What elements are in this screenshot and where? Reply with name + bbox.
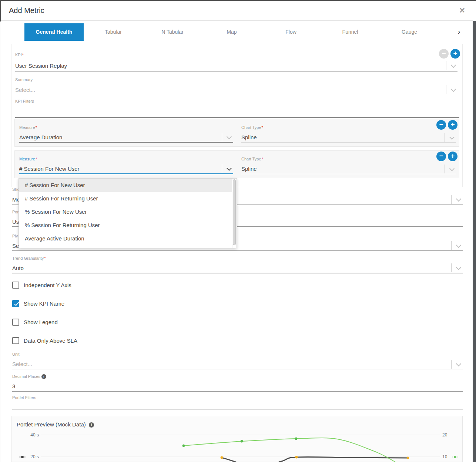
checkbox-show-legend[interactable]: Show Legend	[12, 318, 58, 326]
measure-label: Measure	[19, 125, 35, 130]
required-mark: *	[262, 125, 263, 130]
kpi-label: KPI	[15, 53, 22, 57]
portlet-preview: Portlet Preview (Mock Data) i 40 s 20 s …	[11, 416, 463, 462]
measure-label: Measure	[19, 157, 35, 161]
field-separator	[451, 263, 452, 272]
dialog-header: Add Metric ✕	[0, 1, 473, 21]
checkbox-independent-y-axis[interactable]: Independent Y Axis	[12, 281, 71, 289]
vertical-scrollbar[interactable]	[473, 21, 476, 462]
dialog-title: Add Metric	[9, 6, 44, 15]
kpi-filters-field[interactable]: KPI Filters	[15, 99, 459, 118]
chart-type-value[interactable]: Spline	[241, 166, 445, 172]
field-separator	[446, 61, 446, 70]
checkbox-show-kpi-name[interactable]: Show KPI Name	[12, 300, 64, 307]
chevron-down-icon[interactable]	[448, 165, 456, 173]
field-separator	[445, 164, 445, 173]
dialog-border	[0, 0, 1, 21]
measure-dropdown: # Session For New User # Session For Ret…	[19, 178, 237, 248]
chevron-down-icon[interactable]	[449, 86, 457, 94]
measure-value[interactable]: Average Duration	[19, 134, 222, 140]
dropdown-option[interactable]: % Session For Returning User	[19, 219, 237, 232]
dialog-border	[0, 0, 476, 1]
dropdown-option[interactable]: % Session For New User	[19, 205, 237, 219]
checkbox-data-only-above-sla[interactable]: Data Only Above SLA	[12, 337, 77, 344]
required-mark: *	[44, 256, 46, 260]
tab-funnel[interactable]: Funnel	[321, 23, 380, 41]
field-separator	[451, 195, 452, 204]
dropdown-option[interactable]: # Session For Returning User	[19, 192, 237, 205]
chart-type-label: Chart Type	[241, 157, 261, 161]
tab-gauge[interactable]: Gauge	[380, 23, 439, 41]
checkbox-checked-icon[interactable]	[12, 300, 19, 307]
tab-general-health[interactable]: General Health	[24, 23, 84, 41]
dropdown-option[interactable]: # Session For New User	[19, 179, 237, 192]
summary-field[interactable]: Summary Select...	[15, 77, 457, 95]
unit-field[interactable]: Unit Select...	[12, 352, 463, 369]
measure-field-focused[interactable]: Measure* # Session For New User	[19, 157, 233, 174]
more-tabs-chevron-icon[interactable]: ›	[454, 23, 464, 41]
summary-placeholder[interactable]: Select...	[15, 87, 446, 93]
required-mark: *	[22, 53, 24, 57]
kpi-section: − + KPI* User Session Replay Summary Sel…	[11, 44, 463, 187]
add-metric-dialog: Add Metric ✕ General Health Tabular N Ta…	[0, 0, 476, 462]
required-mark: *	[262, 157, 263, 161]
chevron-down-icon[interactable]	[455, 242, 463, 250]
chevron-down-icon[interactable]	[448, 133, 456, 142]
dialog-border	[0, 21, 0, 462]
field-separator	[446, 85, 446, 94]
chart-type-label: Chart Type	[241, 125, 261, 130]
measure-field[interactable]: Measure* Average Duration	[19, 125, 233, 143]
measure-row-2: − + Measure* # Session For New User Char…	[14, 150, 459, 178]
measure-row-1: − + Measure* Average Duration Chart Type…	[14, 119, 459, 147]
dropdown-scrollbar[interactable]	[232, 179, 237, 248]
field-separator	[222, 133, 222, 142]
kpi-field[interactable]: KPI* User Session Replay	[15, 53, 457, 72]
checkbox-icon[interactable]	[12, 319, 19, 326]
field-separator	[445, 133, 445, 142]
field-separator	[451, 360, 452, 369]
chevron-down-icon[interactable]	[225, 133, 233, 141]
chevron-down-icon[interactable]	[225, 164, 233, 173]
measure-value[interactable]: # Session For New User	[19, 166, 222, 172]
tab-flow[interactable]: Flow	[261, 23, 321, 41]
chart-type-value[interactable]: Spline	[241, 134, 445, 140]
summary-label: Summary	[15, 77, 33, 82]
chart-type-field[interactable]: Chart Type* Spline	[241, 125, 456, 143]
field-separator	[451, 241, 452, 250]
portlet-filters-field[interactable]: Portlet Filters	[12, 395, 463, 410]
dropdown-scrollbar-thumb[interactable]	[233, 179, 236, 245]
chevron-down-icon[interactable]	[455, 195, 463, 203]
tab-map[interactable]: Map	[202, 23, 261, 41]
chevron-down-icon[interactable]	[455, 264, 463, 272]
trend-granularity-field[interactable]: Trend Granularity* Auto	[12, 256, 463, 273]
checkbox-icon[interactable]	[12, 337, 19, 344]
required-mark: *	[36, 125, 37, 130]
required-mark: *	[36, 157, 37, 161]
tab-n-tabular[interactable]: N Tabular	[143, 23, 202, 41]
close-icon[interactable]: ✕	[459, 6, 465, 15]
info-icon[interactable]: i	[41, 374, 46, 379]
chevron-down-icon[interactable]	[449, 62, 457, 70]
chevron-down-icon[interactable]	[455, 360, 463, 368]
tab-tabular[interactable]: Tabular	[84, 23, 143, 41]
kpi-value[interactable]: User Session Replay	[15, 63, 446, 69]
decimal-places-field[interactable]: Decimal Places i 3	[12, 374, 463, 392]
kpi-filters-label: KPI Filters	[15, 99, 34, 103]
preview-chart-svg	[11, 416, 463, 462]
dropdown-option[interactable]: Average Active Duration	[19, 232, 237, 245]
field-separator	[222, 164, 222, 173]
checkbox-icon[interactable]	[12, 282, 19, 289]
chart-type-field[interactable]: Chart Type* Spline	[241, 157, 456, 174]
